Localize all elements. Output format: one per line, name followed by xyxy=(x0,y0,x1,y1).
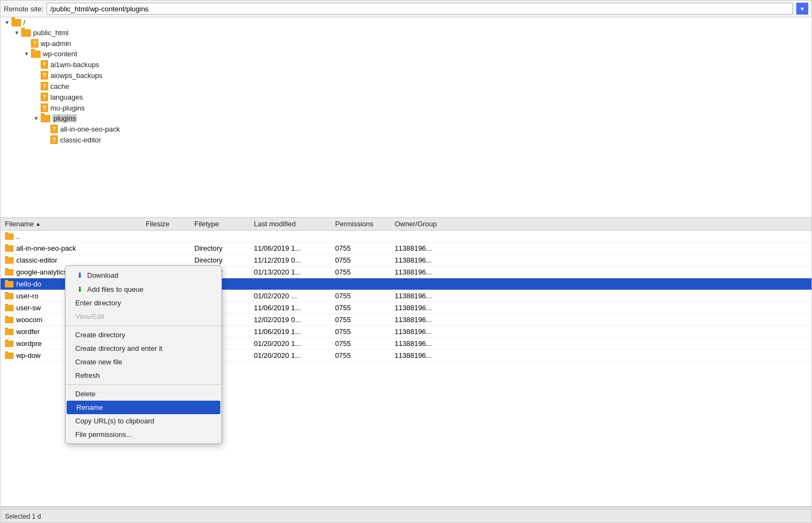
context-menu-item-refresh[interactable]: Refresh xyxy=(66,369,221,382)
permissions-6: 0755 xyxy=(331,304,390,312)
tree-item-label-public_html: public_html xyxy=(33,29,69,37)
tree-arrow-wp-content[interactable]: ▼ xyxy=(22,51,31,57)
folder-icon-row-4 xyxy=(5,281,14,287)
permissions-7: 0755 xyxy=(331,316,390,324)
owner-10: 11388196... xyxy=(390,351,477,359)
folder-icon-public_html xyxy=(21,29,31,37)
context-menu-item-create-directory[interactable]: Create directory xyxy=(66,328,221,342)
col-header-permissions[interactable]: Permissions xyxy=(331,220,390,228)
tree-item-label-wp-content: wp-content xyxy=(43,50,77,58)
context-menu-item-create-directory-enter[interactable]: Create directory and enter it xyxy=(66,342,221,355)
folder-icon-row-1 xyxy=(5,245,14,252)
modified-8: 11/06/2019 1... xyxy=(250,328,331,336)
tree-item-wp-content[interactable]: ▼wp-content xyxy=(1,49,811,59)
tree-item-label-aiowps_backups: aiowps_backups xyxy=(50,71,102,80)
context-menu-label-delete: Delete xyxy=(75,390,96,398)
tree-item-root[interactable]: ▼/ xyxy=(1,17,811,28)
owner-8: 11388196... xyxy=(390,328,477,336)
tree-arrow-public_html[interactable]: ▼ xyxy=(12,30,21,36)
folder-icon-row-5 xyxy=(5,293,14,299)
context-menu-label-view-edit: View/Edit xyxy=(75,312,104,321)
tree-panel: ▼/▼public_html?wp-admin▼wp-content?ai1wm… xyxy=(0,17,812,218)
unknown-icon-wp-admin: ? xyxy=(31,39,38,48)
tree-item-label-mu-plugins: mu-plugins xyxy=(50,104,85,112)
remote-site-label: Remote site: xyxy=(4,5,43,13)
tree-arrow-root[interactable]: ▼ xyxy=(3,19,11,25)
context-menu-label-refresh: Refresh xyxy=(75,371,100,380)
table-row[interactable]: all-in-one-seo-packDirectory11/06/2019 1… xyxy=(1,243,811,254)
file-name-cell-1: all-in-one-seo-pack xyxy=(1,244,141,252)
col-header-filetype[interactable]: Filetype xyxy=(190,220,250,228)
file-name-6: user-sw xyxy=(16,304,41,312)
context-menu-item-download[interactable]: ⬇Download xyxy=(66,268,221,282)
context-menu: ⬇Download⬇Add files to queueEnter direct… xyxy=(65,265,222,444)
tree-item-languages[interactable]: ?languages xyxy=(1,91,811,102)
context-menu-label-add-files-to-queue: Add files to queue xyxy=(87,285,143,293)
tree-item-label-languages: languages xyxy=(50,93,83,101)
tree-item-public_html[interactable]: ▼public_html xyxy=(1,28,811,38)
tree-item-label-root: / xyxy=(23,18,25,27)
context-menu-label-create-new-file: Create new file xyxy=(75,358,122,366)
file-name-2: classic-editor xyxy=(16,256,57,264)
context-menu-item-create-new-file[interactable]: Create new file xyxy=(66,355,221,369)
modified-2: 11/12/2019 0... xyxy=(250,256,331,264)
file-name-8: wordfer xyxy=(16,328,40,336)
tree-item-classic-editor[interactable]: ?classic-editor xyxy=(1,134,811,145)
tree-item-aiowps_backups[interactable]: ?aiowps_backups xyxy=(1,70,811,81)
owner-6: 11388196... xyxy=(390,304,477,312)
menu-icon-download: ⬇ xyxy=(75,271,84,279)
tree-item-cache[interactable]: ?cache xyxy=(1,81,811,91)
context-menu-item-add-files-to-queue[interactable]: ⬇Add files to queue xyxy=(66,282,221,296)
unknown-icon-ai1wm-backups: ? xyxy=(41,60,48,69)
file-name-5: user-ro xyxy=(16,292,38,300)
file-table-header: Filename ▲ Filesize Filetype Last modifi… xyxy=(1,218,811,231)
unknown-icon-classic-editor: ? xyxy=(50,135,58,144)
file-name-10: wp-dow xyxy=(16,351,41,359)
modified-9: 01/20/2020 1... xyxy=(250,339,331,348)
remote-site-input[interactable] xyxy=(47,3,793,15)
context-menu-label-create-directory: Create directory xyxy=(75,331,125,339)
file-name-7: woocom xyxy=(16,316,42,324)
remote-site-dropdown-button[interactable]: ▼ xyxy=(796,3,808,15)
file-name-0: .. xyxy=(16,232,20,240)
filetype-1: Directory xyxy=(190,244,250,252)
permissions-5: 0755 xyxy=(331,292,390,300)
context-menu-item-enter-directory[interactable]: Enter directory xyxy=(66,296,221,310)
modified-1: 11/06/2019 1... xyxy=(250,244,331,252)
context-menu-label-download: Download xyxy=(87,271,119,279)
modified-3: 01/13/2020 1... xyxy=(250,268,331,276)
unknown-icon-aiowps_backups: ? xyxy=(41,71,48,80)
tree-item-ai1wm-backups[interactable]: ?ai1wm-backups xyxy=(1,59,811,70)
tree-item-label-classic-editor: classic-editor xyxy=(60,136,101,144)
context-menu-item-copy-urls[interactable]: Copy URL(s) to clipboard xyxy=(66,414,221,428)
permissions-9: 0755 xyxy=(331,339,390,348)
menu-icon-add-files-to-queue: ⬇ xyxy=(75,285,84,293)
folder-icon-root xyxy=(11,19,21,27)
context-menu-item-view-edit: View/Edit xyxy=(66,310,221,323)
tree-item-mu-plugins[interactable]: ?mu-plugins xyxy=(1,102,811,113)
context-menu-label-rename: Rename xyxy=(76,403,103,411)
col-header-modified[interactable]: Last modified xyxy=(250,220,331,228)
col-header-owner[interactable]: Owner/Group xyxy=(390,220,477,228)
col-header-filename[interactable]: Filename ▲ xyxy=(1,220,141,228)
permissions-10: 0755 xyxy=(331,351,390,359)
col-header-filesize[interactable]: Filesize xyxy=(141,220,190,228)
tree-arrow-plugins[interactable]: ▼ xyxy=(32,115,41,121)
main-container: Remote site: ▼ ▼/▼public_html?wp-admin▼w… xyxy=(0,0,812,523)
tree-item-plugins[interactable]: ▼plugins xyxy=(1,113,811,123)
context-menu-item-file-permissions[interactable]: File permissions... xyxy=(66,428,221,441)
modified-10: 01/20/2020 1... xyxy=(250,351,331,359)
remote-site-bar: Remote site: ▼ xyxy=(0,0,812,17)
sort-arrow-filename: ▲ xyxy=(35,221,41,227)
context-menu-item-rename[interactable]: Rename xyxy=(67,401,220,414)
context-menu-item-delete[interactable]: Delete xyxy=(66,387,221,401)
file-name-cell-2: classic-editor xyxy=(1,256,141,264)
modified-5: 01/02/2020 ... xyxy=(250,292,331,300)
table-row[interactable]: .. xyxy=(1,231,811,243)
folder-icon-row-9 xyxy=(5,341,14,347)
tree-item-wp-admin[interactable]: ?wp-admin xyxy=(1,38,811,49)
context-menu-label-enter-directory: Enter directory xyxy=(75,299,121,307)
tree-item-all-in-one-seo-pack[interactable]: ?all-in-one-seo-pack xyxy=(1,123,811,134)
context-menu-label-create-directory-enter: Create directory and enter it xyxy=(75,344,162,352)
table-row[interactable]: classic-editorDirectory11/12/2019 0...07… xyxy=(1,254,811,266)
